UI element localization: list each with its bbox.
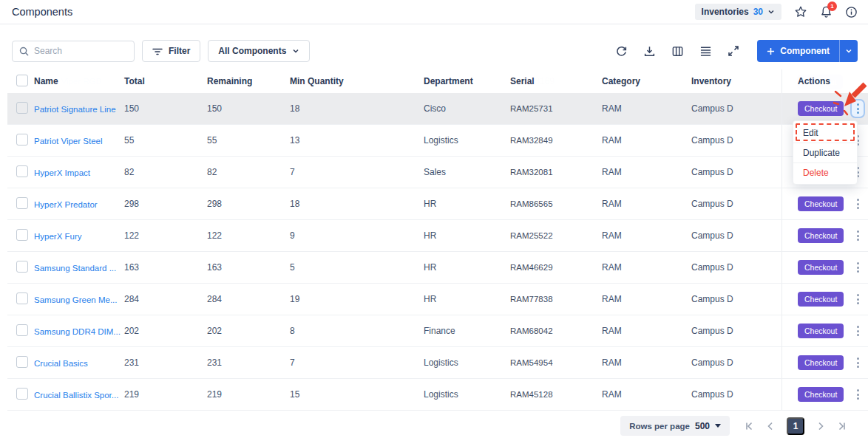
- row-checkbox[interactable]: [16, 134, 28, 146]
- cell-remaining: 219: [207, 389, 290, 400]
- export-button[interactable]: [643, 45, 656, 58]
- select-all-checkbox[interactable]: [16, 75, 28, 86]
- rows-per-page-selector[interactable]: Rows per page 500: [620, 416, 730, 436]
- component-name-link[interactable]: HyperX Predator: [34, 200, 98, 209]
- kebab-icon: [857, 357, 859, 360]
- star-icon: [794, 5, 807, 18]
- next-page-button[interactable]: [816, 421, 826, 431]
- refresh-button[interactable]: [615, 45, 628, 58]
- info-button[interactable]: [845, 6, 858, 18]
- component-name-link[interactable]: Samsung Green Me...: [34, 295, 118, 304]
- checkout-button[interactable]: Checkout: [798, 196, 844, 211]
- row-menu-button[interactable]: [850, 290, 865, 309]
- first-page-button[interactable]: [744, 421, 754, 431]
- row-menu-button[interactable]: [850, 321, 865, 341]
- table-row: Crucial Ballistix Spor... 219 219 15 Log…: [7, 379, 868, 411]
- cell-total: 163: [124, 262, 207, 273]
- scope-selector[interactable]: All Components: [208, 40, 310, 62]
- table-row: Samsung Standard ... 163 163 5 HR RAM466…: [7, 252, 868, 284]
- component-name-link[interactable]: Crucial Basics: [34, 359, 88, 368]
- add-component-dropdown[interactable]: [839, 40, 858, 62]
- table-row: HyperX Impact 82 82 7 Sales RAM32081 RAM…: [7, 157, 868, 188]
- fullscreen-button[interactable]: [728, 45, 739, 57]
- cell-remaining: 55: [207, 135, 290, 146]
- checkout-button[interactable]: Checkout: [798, 355, 844, 370]
- rows-per-page-label: Rows per page: [629, 422, 690, 431]
- column-header-inventory: Inventory: [691, 76, 781, 86]
- menu-item-duplicate[interactable]: Duplicate: [793, 143, 857, 162]
- kebab-icon: [857, 262, 859, 264]
- column-header-category: Category: [602, 76, 691, 86]
- row-checkbox[interactable]: [16, 197, 28, 209]
- row-checkbox[interactable]: [16, 165, 28, 177]
- cell-serial: RAM25522: [510, 231, 602, 240]
- cell-min-quantity: 8: [290, 326, 424, 336]
- manage-columns-button[interactable]: [671, 45, 684, 58]
- row-checkbox[interactable]: [16, 324, 28, 336]
- checkout-button[interactable]: Checkout: [798, 387, 844, 402]
- inventories-selector[interactable]: Inventories 30: [695, 4, 781, 20]
- checkout-button[interactable]: Checkout: [798, 324, 844, 338]
- checkout-button[interactable]: Checkout: [798, 292, 844, 307]
- cell-inventory: Campus D: [691, 230, 781, 241]
- row-height-button[interactable]: [699, 46, 712, 57]
- add-component-button[interactable]: Component: [757, 40, 839, 62]
- cell-total: 298: [124, 199, 207, 209]
- component-name-link[interactable]: Patriot Viper Steel: [34, 137, 102, 146]
- cell-total: 55: [124, 135, 207, 146]
- cell-inventory: Campus D: [691, 294, 781, 304]
- add-component-label: Component: [780, 46, 830, 56]
- row-menu-button[interactable]: [850, 194, 865, 213]
- chevron-down-icon: [767, 8, 775, 16]
- info-icon: [845, 6, 858, 18]
- component-name-link[interactable]: Samsung Standard ...: [34, 264, 116, 273]
- row-menu-button[interactable]: [850, 226, 865, 245]
- row-checkbox[interactable]: [16, 292, 28, 304]
- table-row: HyperX Fury 122 122 9 HR RAM25522 RAM Ca…: [7, 220, 868, 252]
- cell-total: 122: [124, 230, 207, 241]
- expand-icon: [728, 45, 739, 57]
- cell-inventory: Campus D: [691, 357, 781, 368]
- kebab-icon: [857, 326, 859, 328]
- component-name-link[interactable]: HyperX Fury: [34, 232, 82, 241]
- cell-min-quantity: 18: [290, 199, 424, 209]
- row-menu-button[interactable]: [850, 385, 865, 404]
- row-checkbox[interactable]: [16, 102, 28, 114]
- kebab-icon: [857, 230, 859, 233]
- inventories-count: 30: [753, 7, 763, 17]
- table-row: Patriot Signature Line 150 150 18 Cisco …: [7, 93, 868, 125]
- cell-min-quantity: 15: [290, 389, 424, 400]
- column-header-name: Name: [34, 76, 124, 86]
- kebab-icon: [857, 389, 859, 391]
- component-name-link[interactable]: Samsung DDR4 DIM...: [34, 327, 121, 336]
- cell-category: RAM: [602, 135, 691, 146]
- last-page-button[interactable]: [837, 421, 847, 431]
- notifications-button[interactable]: 1: [820, 5, 833, 18]
- row-menu-button[interactable]: [850, 353, 865, 372]
- row-menu-button[interactable]: [850, 258, 865, 277]
- menu-item-delete[interactable]: Delete: [793, 162, 857, 182]
- row-menu-button[interactable]: [850, 99, 865, 118]
- current-page-button[interactable]: 1: [787, 417, 804, 435]
- component-name-link[interactable]: HyperX Impact: [34, 168, 90, 177]
- search-input[interactable]: [34, 46, 127, 56]
- checkout-button[interactable]: Checkout: [798, 228, 844, 243]
- filter-button[interactable]: Filter: [142, 40, 200, 62]
- checkout-button[interactable]: Checkout: [798, 101, 844, 116]
- component-name-link[interactable]: Crucial Ballistix Spor...: [34, 391, 118, 400]
- row-checkbox[interactable]: [16, 356, 28, 368]
- component-name-link[interactable]: Patriot Signature Line: [34, 105, 116, 114]
- cell-min-quantity: 9: [290, 230, 424, 241]
- row-checkbox[interactable]: [16, 261, 28, 273]
- filter-lines-icon: [152, 47, 163, 55]
- row-checkbox[interactable]: [16, 229, 28, 241]
- checkout-button[interactable]: Checkout: [798, 260, 844, 275]
- menu-item-edit[interactable]: Edit: [793, 123, 857, 143]
- row-checkbox[interactable]: [16, 388, 28, 400]
- table-row: Samsung Green Me... 284 284 19 HR RAM778…: [7, 284, 868, 315]
- cell-actions: Checkout: [781, 347, 868, 378]
- favorite-button[interactable]: [794, 5, 807, 18]
- prev-page-button[interactable]: [765, 421, 776, 431]
- cell-category: RAM: [602, 103, 691, 114]
- plus-icon: [767, 47, 775, 55]
